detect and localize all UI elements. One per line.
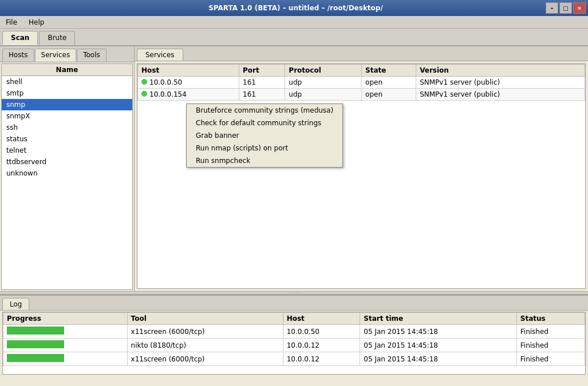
cell-status: Finished bbox=[516, 352, 585, 366]
cell-protocol: udp bbox=[285, 89, 362, 101]
window-title: SPARTA 1.0 (BETA) – untitled – /root/Des… bbox=[46, 4, 546, 12]
progress-bar bbox=[7, 327, 64, 335]
list-item[interactable]: ttdbserverd bbox=[2, 156, 132, 168]
table-row[interactable]: nikto (8180/tcp) 10.0.0.12 05 Jan 2015 1… bbox=[3, 339, 585, 352]
cell-host: 10.0.0.50 bbox=[138, 77, 239, 89]
cell-version: SNMPv1 server (public) bbox=[416, 89, 585, 101]
table-row[interactable]: 10.0.0.50 161 udp open SNMPv1 server (pu… bbox=[138, 77, 585, 89]
progress-fill bbox=[7, 340, 64, 348]
col-protocol: Protocol bbox=[285, 65, 362, 77]
context-menu-item[interactable]: Grab banner bbox=[187, 129, 342, 142]
table-row[interactable]: 10.0.0.154 161 udp open SNMPv1 server (p… bbox=[138, 89, 585, 101]
list-item[interactable]: status bbox=[2, 133, 132, 145]
menu-file[interactable]: File bbox=[2, 17, 21, 27]
cell-state: open bbox=[362, 89, 416, 101]
services-tab-bar: Services bbox=[135, 46, 588, 61]
name-list-header: Name bbox=[2, 64, 132, 76]
list-item[interactable]: snmp bbox=[2, 99, 132, 110]
progress-bar bbox=[7, 354, 64, 362]
cell-host: 10.0.0.12 bbox=[283, 352, 360, 366]
context-menu: Bruteforce community strings (medusa)Che… bbox=[186, 104, 343, 168]
sub-tabs: Hosts Services Tools bbox=[0, 46, 134, 62]
sub-tab-services[interactable]: Services bbox=[35, 49, 77, 62]
cell-host: 10.0.0.12 bbox=[283, 339, 360, 352]
progress-fill bbox=[7, 327, 64, 335]
name-list-items: shellsmtpsnmpsnmpXsshstatustelnetttdbser… bbox=[2, 76, 132, 286]
log-area: Log Progress Tool Host Start time Status bbox=[0, 295, 588, 386]
log-col-tool: Tool bbox=[127, 313, 283, 325]
sub-tab-tools[interactable]: Tools bbox=[77, 49, 106, 62]
cell-progress bbox=[3, 352, 128, 366]
status-dot bbox=[141, 79, 147, 85]
context-menu-item[interactable]: Check for default community strings bbox=[187, 117, 342, 129]
cell-host: 10.0.0.50 bbox=[283, 325, 360, 339]
sub-tab-hosts[interactable]: Hosts bbox=[2, 49, 34, 62]
left-panel: Hosts Services Tools Name shellsmtpsnmps… bbox=[0, 46, 135, 291]
log-col-host: Host bbox=[283, 313, 360, 325]
context-menu-item[interactable]: Run nmap (scripts) on port bbox=[187, 142, 342, 154]
list-item[interactable]: snmpX bbox=[2, 110, 132, 122]
list-item[interactable]: ssh bbox=[2, 122, 132, 133]
table-row[interactable]: x11screen (6000/tcp) 10.0.0.50 05 Jan 20… bbox=[3, 325, 585, 339]
log-tab[interactable]: Log bbox=[2, 298, 29, 310]
list-item[interactable]: unknown bbox=[2, 168, 132, 179]
services-table: Host Port Protocol State Version 10.0.0.… bbox=[137, 64, 585, 101]
list-item[interactable]: telnet bbox=[2, 145, 132, 156]
log-col-progress: Progress bbox=[3, 313, 128, 325]
tab-brute[interactable]: Brute bbox=[39, 31, 75, 45]
minimize-button[interactable]: – bbox=[546, 2, 558, 14]
cell-tool: nikto (8180/tcp) bbox=[127, 339, 283, 352]
progress-fill bbox=[7, 354, 64, 362]
name-list: Name shellsmtpsnmpsnmpXsshstatustelnettt… bbox=[1, 63, 133, 290]
context-menu-item[interactable]: Run snmpcheck bbox=[187, 154, 342, 167]
titlebar-buttons: – □ ✕ bbox=[546, 2, 588, 14]
titlebar: SPARTA 1.0 (BETA) – untitled – /root/Des… bbox=[0, 0, 588, 16]
cell-status: Finished bbox=[516, 339, 585, 352]
table-row[interactable]: x11screen (6000/tcp) 10.0.0.12 05 Jan 20… bbox=[3, 352, 585, 366]
cell-status: Finished bbox=[516, 325, 585, 339]
cell-progress bbox=[3, 325, 128, 339]
cell-port: 161 bbox=[239, 77, 285, 89]
cell-port: 161 bbox=[239, 89, 285, 101]
list-item[interactable]: smtp bbox=[2, 87, 132, 99]
cell-version: SNMPv1 server (public) bbox=[416, 77, 585, 89]
status-dot bbox=[141, 91, 147, 97]
close-button[interactable]: ✕ bbox=[573, 2, 586, 14]
log-col-start: Start time bbox=[360, 313, 516, 325]
menu-help[interactable]: Help bbox=[25, 17, 48, 27]
services-table-container: Host Port Protocol State Version 10.0.0.… bbox=[137, 63, 586, 289]
log-table-wrapper: Progress Tool Host Start time Status x11… bbox=[2, 312, 586, 375]
log-table: Progress Tool Host Start time Status x11… bbox=[3, 312, 585, 366]
cell-tool: x11screen (6000/tcp) bbox=[127, 352, 283, 366]
main-container: Scan Brute Hosts Services Tools Name she… bbox=[0, 29, 588, 386]
col-state: State bbox=[362, 65, 416, 77]
tab-scan[interactable]: Scan bbox=[2, 31, 38, 45]
log-col-status: Status bbox=[516, 313, 585, 325]
cell-protocol: udp bbox=[285, 77, 362, 89]
services-tab[interactable]: Services bbox=[137, 49, 183, 61]
log-tabs: Log bbox=[0, 296, 588, 311]
context-menu-item[interactable]: Bruteforce community strings (medusa) bbox=[187, 104, 342, 117]
content-area: Hosts Services Tools Name shellsmtpsnmps… bbox=[0, 46, 588, 291]
list-item[interactable]: shell bbox=[2, 76, 132, 87]
cell-state: open bbox=[362, 77, 416, 89]
top-tabs: Scan Brute bbox=[0, 29, 588, 46]
cell-start-time: 05 Jan 2015 14:45:18 bbox=[360, 325, 516, 339]
right-panel: Services Host Port Protocol State Versio… bbox=[135, 46, 588, 291]
col-version: Version bbox=[416, 65, 585, 77]
progress-bar bbox=[7, 340, 64, 348]
cell-start-time: 05 Jan 2015 14:45:18 bbox=[360, 352, 516, 366]
col-host: Host bbox=[138, 65, 239, 77]
cell-host: 10.0.0.154 bbox=[138, 89, 239, 101]
col-port: Port bbox=[239, 65, 285, 77]
cell-progress bbox=[3, 339, 128, 352]
cell-tool: x11screen (6000/tcp) bbox=[127, 325, 283, 339]
maximize-button[interactable]: □ bbox=[559, 2, 572, 14]
menubar: File Help bbox=[0, 16, 588, 29]
cell-start-time: 05 Jan 2015 14:45:18 bbox=[360, 339, 516, 352]
